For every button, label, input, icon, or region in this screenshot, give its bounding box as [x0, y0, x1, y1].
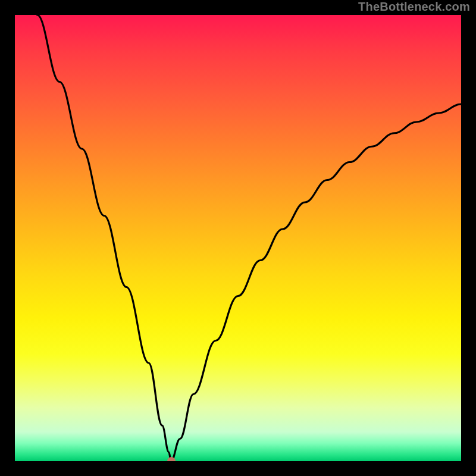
optimal-point-marker	[167, 457, 176, 461]
heat-gradient	[15, 15, 461, 461]
chart-container: TheBottleneck.com	[0, 0, 476, 476]
plot-area	[15, 15, 461, 461]
watermark-text: TheBottleneck.com	[358, 0, 470, 14]
